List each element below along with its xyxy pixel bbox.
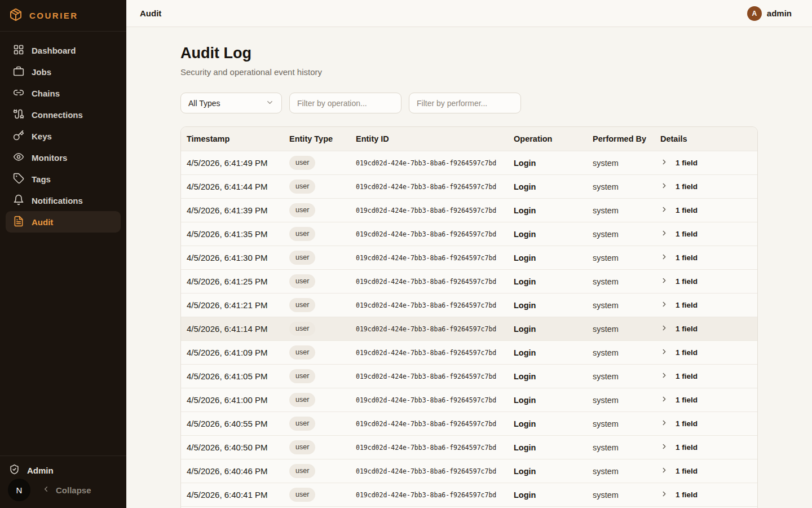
cell-details-label: 1 field bbox=[676, 159, 698, 167]
sidebar-item-admin[interactable]: Admin bbox=[9, 463, 117, 478]
table-row[interactable]: 4/5/2026, 6:40:50 PM user 019cd02d-424e-… bbox=[181, 435, 757, 459]
chevron-down-icon bbox=[266, 98, 274, 108]
cell-entity-type: user bbox=[289, 227, 356, 241]
table-row[interactable]: 4/5/2026, 6:41:00 PM user 019cd02d-424e-… bbox=[181, 388, 757, 411]
table-row[interactable]: 4/5/2026, 6:41:44 PM user 019cd02d-424e-… bbox=[181, 174, 757, 198]
sidebar-item-dashboard[interactable]: Dashboard bbox=[6, 40, 121, 61]
cell-entity-id: 019cd02d-424e-7bb3-8ba6-f9264597c7bd bbox=[356, 254, 514, 262]
cell-entity-type: user bbox=[289, 393, 356, 407]
cell-entity-type: user bbox=[289, 274, 356, 288]
table-row[interactable]: 4/5/2026, 6:40:46 PM user 019cd02d-424e-… bbox=[181, 459, 757, 483]
cell-details-label: 1 field bbox=[676, 372, 698, 380]
sidebar-item-label: Monitors bbox=[32, 153, 67, 163]
table-row[interactable]: 4/5/2026, 6:41:09 PM user 019cd02d-424e-… bbox=[181, 340, 757, 364]
page-title: Audit Log bbox=[180, 43, 758, 63]
sidebar-item-audit[interactable]: Audit bbox=[6, 211, 121, 233]
user-menu[interactable]: A admin bbox=[747, 6, 792, 21]
cell-details: 1 field bbox=[660, 443, 752, 452]
sidebar-item-label: Audit bbox=[32, 217, 53, 227]
cell-details: 1 field bbox=[660, 395, 752, 405]
chevron-right-icon[interactable] bbox=[660, 490, 668, 500]
chevron-right-icon[interactable] bbox=[660, 443, 668, 452]
chevron-right-icon[interactable] bbox=[660, 229, 668, 239]
file-text-icon bbox=[13, 216, 24, 229]
sidebar-item-notifications[interactable]: Notifications bbox=[6, 190, 121, 211]
table-row[interactable]: 4/5/2026, 6:41:49 PM user 019cd02d-424e-… bbox=[181, 151, 757, 174]
table-row[interactable]: 4/5/2026, 6:41:05 PM user 019cd02d-424e-… bbox=[181, 364, 757, 388]
table-header-row: Timestamp Entity Type Entity ID Operatio… bbox=[181, 127, 757, 151]
cell-operation: Login bbox=[514, 491, 593, 500]
cell-details-label: 1 field bbox=[676, 325, 698, 333]
entity-type-badge: user bbox=[289, 156, 315, 170]
table-row[interactable]: 4/5/2026, 6:41:14 PM user 019cd02d-424e-… bbox=[181, 317, 757, 340]
chevron-right-icon[interactable] bbox=[660, 300, 668, 310]
entity-type-badge: user bbox=[289, 227, 315, 241]
cell-details: 1 field bbox=[660, 277, 752, 286]
cell-details-label: 1 field bbox=[676, 419, 698, 428]
cell-operation: Login bbox=[514, 253, 593, 262]
chevron-right-icon[interactable] bbox=[660, 395, 668, 405]
type-filter-select[interactable]: All Types bbox=[180, 93, 282, 113]
table-body: 4/5/2026, 6:41:49 PM user 019cd02d-424e-… bbox=[181, 151, 757, 508]
sidebar-item-keys[interactable]: Keys bbox=[6, 125, 121, 147]
chevron-right-icon[interactable] bbox=[660, 371, 668, 381]
cell-entity-id: 019cd02d-424e-7bb3-8ba6-f9264597c7bd bbox=[356, 467, 514, 475]
cell-operation: Login bbox=[514, 372, 593, 381]
table-row[interactable]: 4/5/2026, 6:41:30 PM user 019cd02d-424e-… bbox=[181, 246, 757, 269]
cell-entity-id: 019cd02d-424e-7bb3-8ba6-f9264597c7bd bbox=[356, 278, 514, 286]
chevron-right-icon[interactable] bbox=[660, 182, 668, 191]
shield-check-icon bbox=[9, 464, 20, 476]
chevron-right-icon[interactable] bbox=[660, 466, 668, 476]
cell-details: 1 field bbox=[660, 229, 752, 239]
cell-details: 1 field bbox=[660, 300, 752, 310]
chevron-right-icon[interactable] bbox=[660, 348, 668, 357]
cell-details: 1 field bbox=[660, 182, 752, 191]
sidebar-item-monitors[interactable]: Monitors bbox=[6, 147, 121, 168]
entity-type-badge: user bbox=[289, 274, 315, 288]
chevron-right-icon[interactable] bbox=[660, 277, 668, 286]
sidebar-item-jobs[interactable]: Jobs bbox=[6, 61, 121, 82]
sidebar-item-tags[interactable]: Tags bbox=[6, 168, 121, 190]
chevron-right-icon[interactable] bbox=[660, 419, 668, 428]
cell-performed-by: system bbox=[593, 491, 660, 500]
cell-performed-by: system bbox=[593, 182, 660, 191]
table-row[interactable]: 4/5/2026, 6:41:35 PM user 019cd02d-424e-… bbox=[181, 222, 757, 246]
entity-type-badge: user bbox=[289, 464, 315, 478]
table-row[interactable]: 4/5/2026, 6:41:39 PM user 019cd02d-424e-… bbox=[181, 198, 757, 222]
chevron-right-icon[interactable] bbox=[660, 205, 668, 215]
link-icon bbox=[13, 87, 24, 100]
avatar[interactable]: N bbox=[9, 480, 29, 500]
cell-entity-id: 019cd02d-424e-7bb3-8ba6-f9264597c7bd bbox=[356, 420, 514, 428]
performer-filter-input[interactable] bbox=[409, 93, 521, 113]
table-row[interactable]: 4/5/2026, 6:40:55 PM user 019cd02d-424e-… bbox=[181, 411, 757, 435]
chevron-right-icon[interactable] bbox=[660, 158, 668, 168]
chevron-right-icon[interactable] bbox=[660, 253, 668, 262]
column-header-operation: Operation bbox=[514, 134, 593, 143]
cell-entity-id: 019cd02d-424e-7bb3-8ba6-f9264597c7bd bbox=[356, 349, 514, 357]
table-row[interactable]: 4/5/2026, 6:41:21 PM user 019cd02d-424e-… bbox=[181, 293, 757, 317]
cell-entity-type: user bbox=[289, 440, 356, 454]
entity-type-badge: user bbox=[289, 345, 315, 360]
cell-timestamp: 4/5/2026, 6:41:09 PM bbox=[187, 348, 289, 357]
page-subtitle: Security and operational event history bbox=[180, 66, 758, 78]
table-row[interactable]: 4/5/2026, 6:41:25 PM user 019cd02d-424e-… bbox=[181, 269, 757, 293]
operation-filter-input[interactable] bbox=[289, 93, 401, 113]
collapse-button[interactable]: Collapse bbox=[42, 485, 91, 495]
cell-details-label: 1 field bbox=[676, 467, 698, 475]
entity-type-badge: user bbox=[289, 393, 315, 407]
table-row[interactable]: 4/5/2026, 6:40:41 PM user 019cd02d-424e-… bbox=[181, 483, 757, 506]
cell-operation: Login bbox=[514, 159, 593, 168]
sidebar-item-connections[interactable]: Connections bbox=[6, 104, 121, 125]
chevron-right-icon[interactable] bbox=[660, 324, 668, 334]
cell-operation: Login bbox=[514, 419, 593, 428]
cell-performed-by: system bbox=[593, 419, 660, 428]
cell-timestamp: 4/5/2026, 6:41:00 PM bbox=[187, 395, 289, 405]
cell-entity-id: 019cd02d-424e-7bb3-8ba6-f9264597c7bd bbox=[356, 230, 514, 238]
sidebar-item-chains[interactable]: Chains bbox=[6, 82, 121, 104]
cell-details-label: 1 field bbox=[676, 230, 698, 238]
cell-operation: Login bbox=[514, 206, 593, 215]
cell-details-label: 1 field bbox=[676, 253, 698, 262]
entity-type-badge: user bbox=[289, 203, 315, 217]
package-icon bbox=[9, 8, 23, 24]
cell-details-label: 1 field bbox=[676, 301, 698, 309]
